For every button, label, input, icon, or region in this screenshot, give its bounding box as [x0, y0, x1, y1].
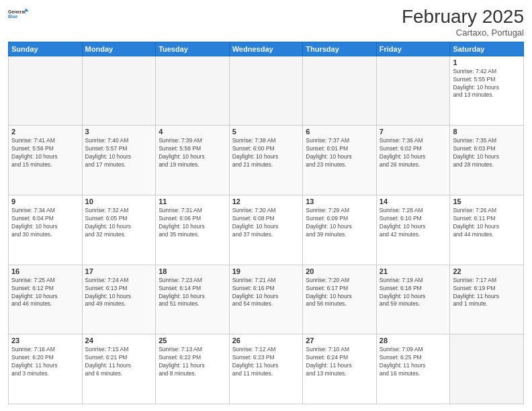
day-info: Sunrise: 7:25 AM Sunset: 6:12 PM Dayligh…	[11, 277, 79, 309]
calendar-cell	[450, 334, 524, 404]
month-title: February 2025	[402, 7, 524, 28]
day-number: 7	[380, 128, 447, 136]
weekday-header-friday: Friday	[376, 42, 450, 56]
weekday-header-saturday: Saturday	[450, 42, 524, 56]
day-number: 8	[453, 128, 521, 136]
day-number: 25	[159, 336, 226, 345]
calendar-week-3: 9Sunrise: 7:34 AM Sunset: 6:04 PM Daylig…	[9, 195, 524, 265]
calendar-cell: 10Sunrise: 7:32 AM Sunset: 6:05 PM Dayli…	[82, 195, 156, 265]
day-info: Sunrise: 7:16 AM Sunset: 6:20 PM Dayligh…	[11, 346, 79, 378]
calendar-cell: 12Sunrise: 7:30 AM Sunset: 6:08 PM Dayli…	[229, 195, 303, 265]
day-number: 13	[306, 197, 373, 205]
day-number: 22	[453, 267, 521, 275]
logo-svg: General Blue	[8, 7, 28, 23]
weekday-header-tuesday: Tuesday	[156, 42, 230, 56]
day-number: 3	[85, 128, 153, 136]
calendar-cell: 9Sunrise: 7:34 AM Sunset: 6:04 PM Daylig…	[9, 195, 83, 265]
calendar-week-2: 2Sunrise: 7:41 AM Sunset: 5:56 PM Daylig…	[9, 126, 524, 195]
day-number: 23	[11, 336, 79, 345]
calendar-cell	[229, 56, 303, 126]
calendar-cell: 6Sunrise: 7:37 AM Sunset: 6:01 PM Daylig…	[303, 126, 377, 195]
calendar-cell: 25Sunrise: 7:13 AM Sunset: 6:22 PM Dayli…	[156, 334, 230, 404]
day-number: 4	[159, 128, 226, 136]
title-section: February 2025 Cartaxo, Portugal	[402, 7, 524, 38]
calendar-cell: 17Sunrise: 7:24 AM Sunset: 6:13 PM Dayli…	[82, 265, 156, 334]
weekday-header-row: SundayMondayTuesdayWednesdayThursdayFrid…	[9, 42, 524, 56]
day-number: 21	[380, 267, 447, 275]
calendar-cell: 14Sunrise: 7:28 AM Sunset: 6:10 PM Dayli…	[376, 195, 450, 265]
day-info: Sunrise: 7:24 AM Sunset: 6:13 PM Dayligh…	[85, 277, 153, 309]
calendar-cell: 23Sunrise: 7:16 AM Sunset: 6:20 PM Dayli…	[9, 334, 83, 404]
day-info: Sunrise: 7:32 AM Sunset: 6:05 PM Dayligh…	[85, 207, 153, 239]
day-info: Sunrise: 7:10 AM Sunset: 6:24 PM Dayligh…	[306, 346, 373, 378]
day-info: Sunrise: 7:34 AM Sunset: 6:04 PM Dayligh…	[11, 207, 79, 239]
calendar-cell: 18Sunrise: 7:23 AM Sunset: 6:14 PM Dayli…	[156, 265, 230, 334]
day-info: Sunrise: 7:31 AM Sunset: 6:06 PM Dayligh…	[159, 207, 226, 239]
day-number: 24	[85, 336, 153, 345]
logo: General Blue	[8, 7, 28, 23]
calendar-cell: 4Sunrise: 7:39 AM Sunset: 5:58 PM Daylig…	[156, 126, 230, 195]
day-info: Sunrise: 7:13 AM Sunset: 6:22 PM Dayligh…	[159, 346, 226, 378]
weekday-header-wednesday: Wednesday	[229, 42, 303, 56]
calendar-cell: 24Sunrise: 7:15 AM Sunset: 6:21 PM Dayli…	[82, 334, 156, 404]
calendar-cell: 2Sunrise: 7:41 AM Sunset: 5:56 PM Daylig…	[9, 126, 83, 195]
day-info: Sunrise: 7:20 AM Sunset: 6:17 PM Dayligh…	[306, 277, 373, 309]
day-number: 26	[232, 336, 300, 345]
calendar-week-5: 23Sunrise: 7:16 AM Sunset: 6:20 PM Dayli…	[9, 334, 524, 404]
day-info: Sunrise: 7:09 AM Sunset: 6:25 PM Dayligh…	[380, 346, 447, 378]
calendar-week-4: 16Sunrise: 7:25 AM Sunset: 6:12 PM Dayli…	[9, 265, 524, 334]
day-number: 1	[453, 58, 521, 66]
calendar-cell: 5Sunrise: 7:38 AM Sunset: 6:00 PM Daylig…	[229, 126, 303, 195]
day-number: 6	[306, 128, 373, 136]
day-number: 20	[306, 267, 373, 275]
calendar-cell: 15Sunrise: 7:26 AM Sunset: 6:11 PM Dayli…	[450, 195, 524, 265]
calendar-table: SundayMondayTuesdayWednesdayThursdayFrid…	[8, 42, 524, 404]
day-info: Sunrise: 7:39 AM Sunset: 5:58 PM Dayligh…	[159, 137, 226, 169]
calendar-week-1: 1Sunrise: 7:42 AM Sunset: 5:55 PM Daylig…	[9, 56, 524, 126]
calendar-cell: 19Sunrise: 7:21 AM Sunset: 6:16 PM Dayli…	[229, 265, 303, 334]
day-number: 16	[11, 267, 79, 275]
calendar-cell: 28Sunrise: 7:09 AM Sunset: 6:25 PM Dayli…	[376, 334, 450, 404]
day-number: 12	[232, 197, 300, 205]
day-number: 14	[380, 197, 447, 205]
subtitle: Cartaxo, Portugal	[402, 28, 524, 38]
calendar-cell	[303, 56, 377, 126]
calendar-cell: 26Sunrise: 7:12 AM Sunset: 6:23 PM Dayli…	[229, 334, 303, 404]
day-number: 27	[306, 336, 373, 345]
day-number: 5	[232, 128, 300, 136]
weekday-header-thursday: Thursday	[303, 42, 377, 56]
day-info: Sunrise: 7:23 AM Sunset: 6:14 PM Dayligh…	[159, 277, 226, 309]
calendar-cell: 27Sunrise: 7:10 AM Sunset: 6:24 PM Dayli…	[303, 334, 377, 404]
day-number: 11	[159, 197, 226, 205]
day-number: 2	[11, 128, 79, 136]
calendar-cell	[9, 56, 83, 126]
day-info: Sunrise: 7:30 AM Sunset: 6:08 PM Dayligh…	[232, 207, 300, 239]
calendar-cell: 20Sunrise: 7:20 AM Sunset: 6:17 PM Dayli…	[303, 265, 377, 334]
day-info: Sunrise: 7:21 AM Sunset: 6:16 PM Dayligh…	[232, 277, 300, 309]
day-number: 9	[11, 197, 79, 205]
day-info: Sunrise: 7:37 AM Sunset: 6:01 PM Dayligh…	[306, 137, 373, 169]
day-info: Sunrise: 7:42 AM Sunset: 5:55 PM Dayligh…	[453, 68, 521, 100]
day-number: 10	[85, 197, 153, 205]
day-number: 17	[85, 267, 153, 275]
day-info: Sunrise: 7:15 AM Sunset: 6:21 PM Dayligh…	[85, 346, 153, 378]
day-info: Sunrise: 7:28 AM Sunset: 6:10 PM Dayligh…	[380, 207, 447, 239]
day-info: Sunrise: 7:19 AM Sunset: 6:18 PM Dayligh…	[380, 277, 447, 309]
calendar-cell: 21Sunrise: 7:19 AM Sunset: 6:18 PM Dayli…	[376, 265, 450, 334]
calendar-cell	[156, 56, 230, 126]
day-info: Sunrise: 7:17 AM Sunset: 6:19 PM Dayligh…	[453, 277, 521, 309]
day-number: 28	[380, 336, 447, 345]
svg-marker-1	[26, 8, 28, 11]
day-info: Sunrise: 7:26 AM Sunset: 6:11 PM Dayligh…	[453, 207, 521, 239]
weekday-header-monday: Monday	[82, 42, 156, 56]
calendar-cell	[376, 56, 450, 126]
calendar-cell: 1Sunrise: 7:42 AM Sunset: 5:55 PM Daylig…	[450, 56, 524, 126]
day-info: Sunrise: 7:12 AM Sunset: 6:23 PM Dayligh…	[232, 346, 300, 378]
day-info: Sunrise: 7:40 AM Sunset: 5:57 PM Dayligh…	[85, 137, 153, 169]
day-info: Sunrise: 7:29 AM Sunset: 6:09 PM Dayligh…	[306, 207, 373, 239]
svg-text:Blue: Blue	[8, 14, 17, 19]
calendar-cell: 11Sunrise: 7:31 AM Sunset: 6:06 PM Dayli…	[156, 195, 230, 265]
calendar-cell: 16Sunrise: 7:25 AM Sunset: 6:12 PM Dayli…	[9, 265, 83, 334]
calendar-cell: 22Sunrise: 7:17 AM Sunset: 6:19 PM Dayli…	[450, 265, 524, 334]
calendar-cell: 13Sunrise: 7:29 AM Sunset: 6:09 PM Dayli…	[303, 195, 377, 265]
